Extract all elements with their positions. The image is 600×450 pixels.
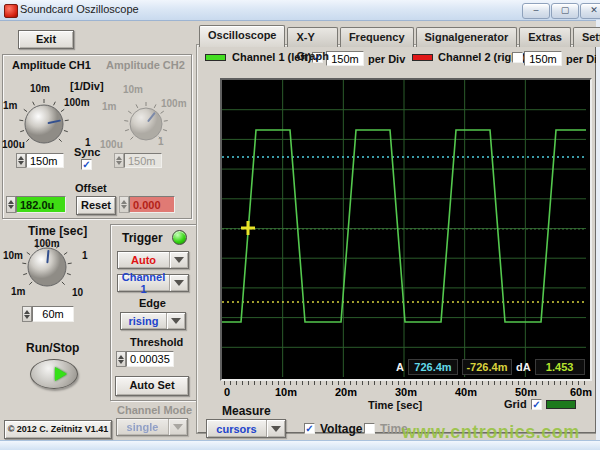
- app-icon: [4, 4, 18, 18]
- tab-frequency[interactable]: Frequency: [340, 27, 414, 47]
- time-title: Time [sec]: [28, 224, 87, 238]
- knob-scale-label: 10m: [123, 84, 143, 95]
- auto-set-button[interactable]: Auto Set: [115, 376, 189, 396]
- threshold-label: Threshold: [130, 336, 183, 348]
- x-tick-label: 20m: [335, 386, 357, 398]
- cursor2-value: -726.4m: [462, 359, 512, 375]
- tab-signalgenerator[interactable]: Signalgenerator: [416, 27, 518, 47]
- trigger-edge-value: rising: [121, 315, 166, 327]
- minimize-button[interactable]: –: [522, 3, 550, 19]
- channel2-color-swatch: [412, 54, 433, 61]
- edge-label: Edge: [139, 297, 166, 309]
- threshold-field[interactable]: 0.00035: [126, 351, 174, 367]
- chevron-down-icon: [174, 257, 184, 263]
- knob-scale-label: 1m: [102, 101, 116, 112]
- knob-scale-label: 1: [158, 136, 164, 147]
- chevron-down-icon: [174, 280, 184, 286]
- trigger-mode-dropdown[interactable]: Auto: [117, 251, 189, 269]
- amplitude-ch1-title: Amplitude CH1: [12, 59, 91, 71]
- offset-reset-button[interactable]: Reset: [76, 196, 116, 215]
- title-bar[interactable]: Soundcard Oszilloscope – ▢ ✕: [0, 0, 600, 21]
- knob-scale-label: 1m: [3, 100, 17, 111]
- knob-scale-label: 10m: [3, 250, 23, 261]
- trigger-mode-value: Auto: [118, 254, 169, 266]
- cursor-a-label: A: [396, 361, 404, 373]
- sync-label: Sync: [74, 146, 100, 158]
- channel1-color-swatch: [205, 54, 226, 61]
- knob-scale-label: 1m: [11, 286, 25, 297]
- tab-oscilloscope[interactable]: Oscilloscope: [199, 25, 285, 47]
- grid-checkbox[interactable]: ✓: [531, 399, 542, 410]
- cursor1-value: 726.4m: [408, 359, 458, 375]
- grid-color-swatch[interactable]: [546, 400, 576, 409]
- amplitude-ch2-title: Amplitude CH2: [106, 59, 185, 71]
- threshold-spinner[interactable]: [116, 351, 126, 367]
- tab-extras[interactable]: Extras: [519, 27, 571, 47]
- per-div-unit-label: [1/Div]: [70, 80, 104, 92]
- time-value-field[interactable]: 60m: [32, 306, 74, 322]
- play-icon: [55, 367, 67, 381]
- x-axis-title: Time [sec]: [368, 399, 422, 411]
- maximize-button[interactable]: ▢: [551, 3, 579, 19]
- channel-mode-dropdown[interactable]: single: [116, 418, 188, 436]
- measure-mode-value: cursors: [207, 423, 266, 435]
- knob-scale-label: 100m: [34, 238, 60, 249]
- voltage-label: Voltage: [320, 422, 362, 436]
- run-stop-button[interactable]: [30, 359, 78, 389]
- window-bottom-edge: [0, 440, 600, 450]
- offset-ch1-field[interactable]: 182.0u: [16, 196, 66, 213]
- tab-settings[interactable]: Settings: [573, 27, 600, 47]
- knob-scale-label: 10m: [30, 83, 50, 94]
- cursor-da-label: dA: [516, 361, 531, 373]
- tab-xy-graph[interactable]: X-Y Graph: [287, 27, 337, 47]
- copyright-button[interactable]: © 2012 C. Zeitnitz V1.41: [4, 420, 112, 439]
- trigger-source-value: Channel 1: [118, 271, 169, 295]
- offset-ch2-spinner[interactable]: [119, 196, 129, 213]
- offset-label: Offset: [75, 182, 107, 194]
- trigger-source-dropdown[interactable]: Channel 1: [117, 274, 189, 292]
- channel-mode-value: single: [117, 421, 168, 433]
- sync-checkbox[interactable]: ✓: [81, 159, 92, 170]
- knob-scale-label: 10: [72, 287, 83, 298]
- trigger-title: Trigger: [122, 231, 163, 245]
- knob-scale-label: 100m: [64, 97, 90, 108]
- channel2-enable-checkbox[interactable]: ✓: [512, 52, 523, 63]
- cursor-readout: A 726.4m -726.4m dA 1.453: [396, 359, 585, 375]
- x-tick-label: 50m: [515, 386, 537, 398]
- x-tick-label: 60m: [570, 386, 592, 398]
- chevron-down-icon: [173, 424, 183, 430]
- voltage-checkbox[interactable]: ✓: [304, 423, 315, 434]
- channel2-scale-field[interactable]: 150m: [524, 51, 562, 66]
- x-tick-label: 0: [224, 386, 230, 398]
- trigger-edge-dropdown[interactable]: rising: [120, 312, 186, 330]
- exit-button[interactable]: Exit: [18, 30, 74, 49]
- channel1-scale-field[interactable]: 150m: [326, 51, 364, 66]
- scope-display[interactable]: [220, 78, 592, 381]
- amplitude-ch1-knob[interactable]: [17, 97, 71, 151]
- knob-scale-label: 100u: [2, 139, 25, 150]
- knob-scale-label: 1: [82, 250, 88, 261]
- offset-ch2-field[interactable]: 0.000: [129, 196, 175, 213]
- channel-mode-label: Channel Mode: [117, 404, 192, 416]
- measure-title: Measure: [222, 404, 271, 418]
- amplitude-ch2-spinner[interactable]: [114, 153, 124, 168]
- x-axis-ticks: [224, 381, 589, 385]
- offset-ch1-spinner[interactable]: [6, 196, 16, 213]
- grid-label: Grid: [504, 398, 527, 410]
- measure-mode-dropdown[interactable]: cursors: [206, 419, 286, 438]
- chevron-down-icon: [271, 426, 281, 432]
- time-spinner[interactable]: [22, 306, 32, 322]
- window-title: Soundcard Oszilloscope: [20, 3, 139, 15]
- trigger-led-icon: [172, 230, 187, 245]
- channel2-per-div-label: per Div: [566, 53, 600, 65]
- time-checkbox[interactable]: ✓: [364, 423, 375, 434]
- close-button[interactable]: ✕: [580, 3, 600, 19]
- knob-scale-label: 100m: [161, 98, 187, 109]
- tab-bar: Oscilloscope X-Y Graph Frequency Signalg…: [199, 25, 600, 47]
- amplitude-ch2-value-field[interactable]: 150m: [124, 153, 162, 168]
- amplitude-ch1-spinner[interactable]: [16, 153, 26, 168]
- x-tick-label: 10m: [275, 386, 297, 398]
- amplitude-ch1-value-field[interactable]: 150m: [26, 153, 64, 168]
- x-tick-label: 40m: [455, 386, 477, 398]
- window-right-edge: [596, 20, 600, 440]
